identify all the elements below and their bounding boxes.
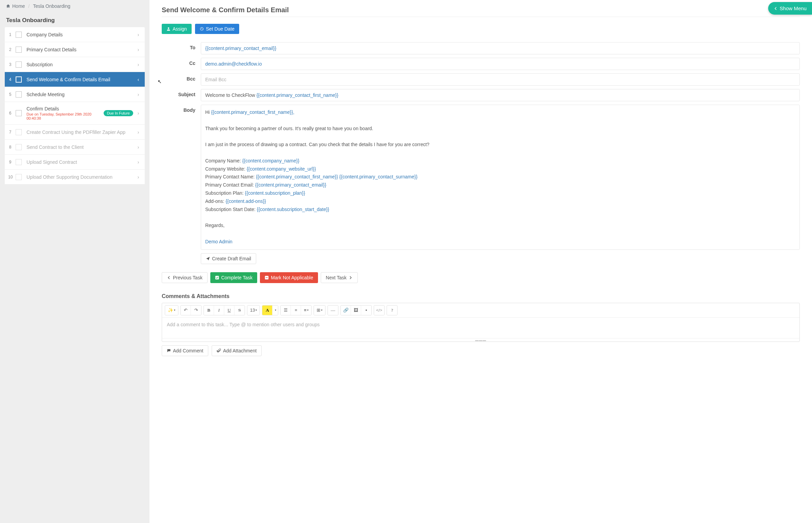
task-item-2[interactable]: 2 Primary Contact Details › bbox=[5, 42, 145, 57]
paper-plane-icon bbox=[206, 257, 210, 261]
breadcrumb-current: Tesla Onboarding bbox=[33, 3, 70, 9]
to-label: To bbox=[175, 42, 201, 50]
task-checkbox[interactable] bbox=[16, 129, 22, 135]
task-item-10[interactable]: 10 Upload Other Supporting Documentation… bbox=[5, 170, 145, 185]
task-item-8[interactable]: 8 Send Contract to the Client › bbox=[5, 140, 145, 155]
link-button[interactable]: 🔗 bbox=[341, 306, 351, 315]
comment-icon bbox=[167, 349, 171, 353]
previous-task-button[interactable]: Previous Task bbox=[162, 272, 208, 283]
task-item-9[interactable]: 9 Upload Signed Contract › bbox=[5, 155, 145, 170]
cc-label: Cc bbox=[175, 58, 201, 66]
task-checkbox[interactable] bbox=[16, 159, 22, 165]
ordered-list-button[interactable]: ≡ bbox=[291, 306, 301, 315]
mark-na-button[interactable]: Mark Not Applicable bbox=[260, 272, 318, 283]
video-button[interactable]: ▪ bbox=[361, 306, 371, 315]
table-dropdown[interactable]: ⊞▾ bbox=[314, 306, 325, 315]
unordered-list-button[interactable]: ☰ bbox=[281, 306, 291, 315]
cursor-icon: ↖ bbox=[158, 79, 162, 84]
task-checkbox[interactable] bbox=[16, 174, 22, 180]
sidebar: Home / Tesla Onboarding Tesla Onboarding… bbox=[0, 0, 149, 523]
chevron-left-icon: ‹ bbox=[135, 77, 145, 82]
task-checkbox[interactable] bbox=[16, 32, 22, 38]
font-size-dropdown[interactable]: 13▾ bbox=[247, 306, 260, 315]
task-checkbox[interactable] bbox=[16, 47, 22, 53]
task-checkbox[interactable] bbox=[16, 76, 22, 83]
task-item-6[interactable]: 6 Confirm Details Due on Tuesday, Septem… bbox=[5, 102, 145, 125]
underline-button[interactable]: U bbox=[224, 306, 234, 315]
bcc-field[interactable]: Email Bcc bbox=[201, 73, 800, 86]
task-list: 1 Company Details › 2 Primary Contact De… bbox=[0, 27, 149, 185]
comment-editor: ✨▾ ↶ ↷ B I U S 13▾ A ▾ bbox=[162, 303, 800, 342]
italic-button[interactable]: I bbox=[214, 306, 224, 315]
chevron-right-icon bbox=[349, 276, 353, 280]
task-checkbox[interactable] bbox=[16, 91, 22, 98]
task-checkbox[interactable] bbox=[16, 110, 22, 116]
bold-button[interactable]: B bbox=[204, 306, 214, 315]
bcc-label: Bcc bbox=[175, 73, 201, 82]
svg-rect-3 bbox=[266, 277, 268, 278]
complete-task-button[interactable]: Complete Task bbox=[210, 272, 257, 283]
chevron-left-icon bbox=[167, 276, 171, 280]
task-checkbox[interactable] bbox=[16, 144, 22, 150]
subject-field[interactable]: Welcome to CheckFlow {{content.primary_c… bbox=[201, 89, 800, 101]
clock-icon bbox=[200, 27, 204, 31]
svg-rect-1 bbox=[215, 276, 219, 279]
task-checkbox[interactable] bbox=[16, 62, 22, 68]
home-icon bbox=[6, 4, 10, 8]
add-comment-button[interactable]: Add Comment bbox=[162, 345, 208, 356]
code-view-button[interactable]: </> bbox=[374, 306, 384, 315]
subject-label: Subject bbox=[175, 89, 201, 97]
set-due-date-button[interactable]: Set Due Date bbox=[195, 24, 239, 34]
next-task-button[interactable]: Next Task bbox=[321, 272, 358, 283]
chevron-right-icon: › bbox=[135, 144, 145, 150]
check-icon bbox=[215, 276, 219, 280]
text-color-dropdown[interactable]: ▾ bbox=[272, 306, 278, 315]
page-title: Send Welcome & Confirm Details Email bbox=[162, 6, 800, 14]
divider bbox=[162, 17, 800, 17]
chevron-right-icon: › bbox=[135, 129, 145, 135]
image-button[interactable]: 🖼 bbox=[351, 306, 361, 315]
chevron-right-icon: › bbox=[135, 159, 145, 165]
strikethrough-button[interactable]: S bbox=[234, 306, 245, 315]
chevron-right-icon: › bbox=[135, 62, 145, 67]
task-item-7[interactable]: 7 Create Contract Using the PDFfiller Za… bbox=[5, 125, 145, 140]
undo-button[interactable]: ↶ bbox=[181, 306, 191, 315]
body-label: Body bbox=[175, 105, 201, 113]
task-item-5[interactable]: 5 Schedule Meeting › bbox=[5, 87, 145, 102]
task-item-3[interactable]: 3 Subscription › bbox=[5, 57, 145, 72]
add-attachment-button[interactable]: Add Attachment bbox=[212, 345, 262, 356]
user-icon bbox=[166, 27, 171, 31]
body-field[interactable]: Hi {{content.primary_contact_first_name}… bbox=[201, 105, 800, 250]
chevron-right-icon: › bbox=[135, 174, 145, 180]
assign-button[interactable]: Assign bbox=[162, 24, 192, 34]
create-draft-button[interactable]: Create Draft Email bbox=[201, 253, 256, 264]
show-menu-button[interactable]: Show Menu bbox=[768, 2, 812, 15]
minus-square-icon bbox=[265, 276, 269, 280]
editor-resize-handle[interactable]: ▬▬▬ bbox=[162, 338, 799, 342]
due-badge: Due In Future bbox=[104, 110, 133, 116]
to-field[interactable]: {{content.primary_contact_email}} bbox=[201, 42, 800, 54]
style-dropdown[interactable]: ✨▾ bbox=[165, 306, 178, 315]
comments-title: Comments & Attachments bbox=[162, 293, 800, 299]
breadcrumb-home[interactable]: Home bbox=[12, 3, 25, 9]
chevron-right-icon: › bbox=[135, 92, 145, 97]
chevron-right-icon: › bbox=[135, 110, 145, 116]
hr-button[interactable]: — bbox=[328, 306, 338, 315]
task-item-4[interactable]: 4 Send Welcome & Confirm Details Email ‹ bbox=[5, 72, 145, 87]
chevron-right-icon: › bbox=[135, 47, 145, 52]
task-item-1[interactable]: 1 Company Details › bbox=[5, 27, 145, 42]
chevron-right-icon: › bbox=[135, 32, 145, 37]
editor-toolbar: ✨▾ ↶ ↷ B I U S 13▾ A ▾ bbox=[162, 303, 799, 318]
cc-field[interactable]: demo.admin@checkflow.io bbox=[201, 58, 800, 70]
help-button[interactable]: ? bbox=[387, 306, 397, 315]
main-content: ↖ Send Welcome & Confirm Details Email A… bbox=[149, 0, 812, 523]
show-menu-label: Show Menu bbox=[780, 5, 807, 11]
paperclip-icon bbox=[217, 349, 221, 353]
breadcrumb: Home / Tesla Onboarding bbox=[0, 0, 149, 12]
comment-textarea[interactable]: Add a comment to this task... Type @ to … bbox=[162, 318, 799, 338]
chevron-left-icon bbox=[774, 6, 778, 11]
align-dropdown[interactable]: ≡▾ bbox=[301, 306, 311, 315]
breadcrumb-sep: / bbox=[28, 3, 30, 9]
redo-button[interactable]: ↷ bbox=[191, 306, 201, 315]
text-color-button[interactable]: A bbox=[262, 306, 272, 315]
